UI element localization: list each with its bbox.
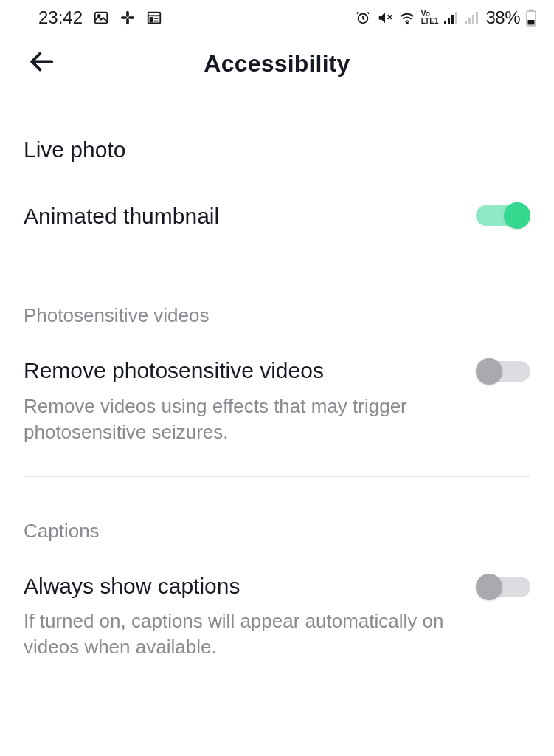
svg-rect-3 xyxy=(126,18,129,24)
mute-icon xyxy=(377,10,393,26)
status-left: 23:42 xyxy=(38,7,162,28)
setting-animated-thumbnail[interactable]: Animated thumbnail xyxy=(24,183,530,257)
slack-icon xyxy=(120,10,136,26)
svg-rect-17 xyxy=(451,15,454,24)
svg-rect-2 xyxy=(126,11,129,17)
setting-label: Remove photosensitive videos xyxy=(24,357,461,385)
toggle-always-show-captions[interactable] xyxy=(476,574,530,600)
alarm-icon xyxy=(355,10,371,26)
svg-rect-5 xyxy=(128,16,134,19)
setting-always-show-captions[interactable]: Always show captions If turned on, capti… xyxy=(24,556,530,687)
settings-content: Live photo Animated thumbnail Photosensi… xyxy=(0,97,554,687)
section-header-captions: Captions xyxy=(24,477,530,556)
wifi-icon xyxy=(399,10,415,25)
setting-description: Remove videos using effects that may tri… xyxy=(24,394,461,445)
setting-label: Animated thumbnail xyxy=(24,202,461,230)
svg-rect-4 xyxy=(121,16,127,19)
volte-icon: VoLTE1 xyxy=(421,10,439,25)
signal-icon-1 xyxy=(444,11,459,24)
back-button[interactable] xyxy=(25,47,58,79)
toggle-animated-thumbnail[interactable] xyxy=(476,202,530,229)
setting-remove-photosensitive[interactable]: Remove photosensitive videos Remove vide… xyxy=(24,340,530,472)
svg-rect-18 xyxy=(455,12,457,24)
status-bar: 23:42 VoLTE1 38% xyxy=(0,0,554,34)
news-icon xyxy=(146,10,162,26)
svg-rect-24 xyxy=(529,10,533,12)
signal-icon-2 xyxy=(465,11,479,24)
status-time: 23:42 xyxy=(38,7,83,28)
setting-description: If turned on, captions will appear autom… xyxy=(24,608,461,660)
svg-point-14 xyxy=(406,22,408,24)
battery-icon xyxy=(526,9,536,27)
svg-rect-22 xyxy=(476,12,478,24)
svg-rect-10 xyxy=(150,18,153,22)
svg-rect-15 xyxy=(444,21,446,24)
svg-point-1 xyxy=(98,15,100,17)
picture-icon xyxy=(93,10,109,26)
svg-rect-19 xyxy=(465,21,467,24)
svg-rect-25 xyxy=(528,20,535,25)
svg-rect-21 xyxy=(472,15,474,24)
page-title: Accessibility xyxy=(204,50,350,78)
status-right: VoLTE1 38% xyxy=(355,7,536,28)
svg-rect-16 xyxy=(448,18,450,24)
battery-percent: 38% xyxy=(485,7,520,28)
toggle-remove-photosensitive[interactable] xyxy=(476,358,530,385)
setting-live-photo[interactable]: Live photo xyxy=(24,97,530,183)
section-header-photosensitive: Photosensitive videos xyxy=(24,261,530,340)
page-header: Accessibility xyxy=(0,34,554,97)
setting-label: Live photo xyxy=(24,136,516,164)
svg-rect-20 xyxy=(468,18,471,24)
arrow-left-icon xyxy=(27,47,55,78)
setting-label: Always show captions xyxy=(24,572,461,600)
